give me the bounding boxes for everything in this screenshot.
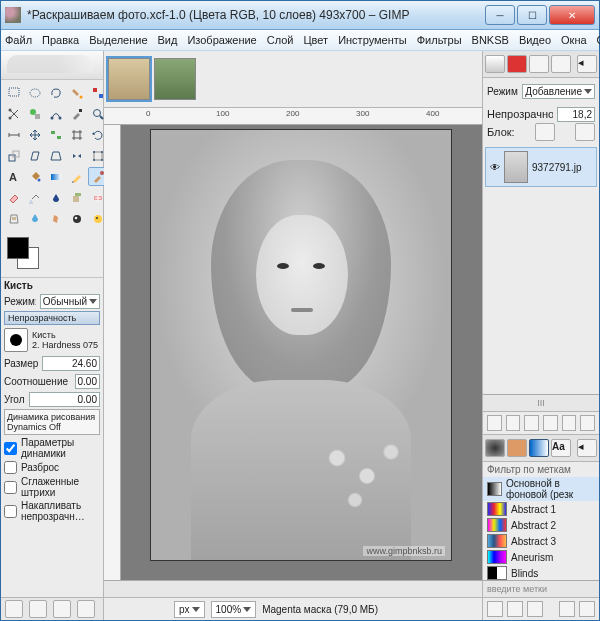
flip-tool[interactable] <box>67 146 86 165</box>
mode-select[interactable]: Обычный <box>40 294 100 309</box>
layer-thumbnail[interactable] <box>504 151 528 183</box>
layer-name[interactable]: 9372791.jp <box>532 162 582 173</box>
size-input[interactable]: 24.60 <box>42 356 100 371</box>
crop-tool[interactable] <box>67 125 86 144</box>
menu-edit[interactable]: Правка <box>42 34 79 46</box>
menu-color[interactable]: Цвет <box>303 34 328 46</box>
gradient-item[interactable]: Основной в фоновой (резк <box>483 477 599 501</box>
menu-view[interactable]: Вид <box>158 34 178 46</box>
gradient-filter-label[interactable]: Фильтр по меткам <box>483 462 599 477</box>
grad-edit-icon[interactable] <box>487 601 503 617</box>
tool-save-icon[interactable] <box>5 600 23 618</box>
grad-new-icon[interactable] <box>507 601 523 617</box>
layer-visible-icon[interactable]: 👁 <box>490 162 500 173</box>
perspective-clone-tool[interactable] <box>4 209 23 228</box>
gradients-tab-icon[interactable] <box>529 439 549 457</box>
layer-anchor-icon[interactable] <box>562 415 577 431</box>
dodge-burn-tool[interactable] <box>67 209 86 228</box>
canvas[interactable]: www.gimpbnksb.ru <box>121 125 482 580</box>
menu-layer[interactable]: Слой <box>267 34 294 46</box>
grad-refresh-icon[interactable] <box>559 601 575 617</box>
menu-bnksb[interactable]: BNKSB <box>472 34 509 46</box>
grad-dup-icon[interactable] <box>527 601 543 617</box>
gradient-item[interactable]: Abstract 2 <box>483 517 599 533</box>
layer-mode-select[interactable]: Добавление <box>522 84 595 99</box>
pencil-tool[interactable] <box>67 167 86 186</box>
bucket-fill-tool[interactable] <box>25 167 44 186</box>
channels-tab-icon[interactable] <box>507 55 527 73</box>
align-tool[interactable] <box>46 125 65 144</box>
free-select-tool[interactable] <box>46 83 65 102</box>
image-tab-2[interactable] <box>154 58 196 100</box>
opacity-slider[interactable]: Непрозрачность <box>4 311 100 325</box>
layer-duplicate-icon[interactable] <box>543 415 558 431</box>
dynamics-params-checkbox[interactable] <box>4 442 17 455</box>
title-bar[interactable]: *Раскрашиваем фото.xcf-1.0 (Цвета RGB, 1… <box>1 1 599 30</box>
tool-reset-icon[interactable] <box>77 600 95 618</box>
gradient-item[interactable]: Aneurism <box>483 549 599 565</box>
menu-help[interactable]: Справка <box>597 34 600 46</box>
layers-tab-icon[interactable] <box>485 55 505 73</box>
layer-row[interactable]: 👁 9372791.jp <box>485 147 597 187</box>
gradient-status[interactable]: введите метки <box>483 580 599 597</box>
scissors-tool[interactable] <box>4 104 23 123</box>
minimize-button[interactable]: ─ <box>485 5 515 25</box>
ellipse-select-tool[interactable] <box>25 83 44 102</box>
menu-tools[interactable]: Инструменты <box>338 34 407 46</box>
move-tool[interactable] <box>25 125 44 144</box>
smudge-tool[interactable] <box>46 209 65 228</box>
menu-image[interactable]: Изображение <box>187 34 256 46</box>
layer-delete-icon[interactable] <box>580 415 595 431</box>
menu-select[interactable]: Выделение <box>89 34 147 46</box>
jitter-checkbox[interactable] <box>4 461 17 474</box>
menu-filters[interactable]: Фильтры <box>417 34 462 46</box>
fonts-tab-icon[interactable]: Aa <box>551 439 571 457</box>
maximize-button[interactable]: ☐ <box>517 5 547 25</box>
image-tab-1[interactable] <box>108 58 150 100</box>
tool-restore-icon[interactable] <box>29 600 47 618</box>
blend-tool[interactable] <box>46 167 65 186</box>
incremental-checkbox[interactable] <box>4 505 17 518</box>
ruler-horizontal[interactable]: 0 100 200 300 400 <box>104 108 482 125</box>
clone-tool[interactable] <box>67 188 86 207</box>
blur-sharpen-tool[interactable] <box>25 209 44 228</box>
measure-tool[interactable] <box>4 125 23 144</box>
menu-file[interactable]: Файл <box>5 34 32 46</box>
lock-alpha-icon[interactable] <box>575 123 595 141</box>
foreground-color[interactable] <box>7 237 29 259</box>
shear-tool[interactable] <box>25 146 44 165</box>
rect-select-tool[interactable] <box>4 83 23 102</box>
perspective-tool[interactable] <box>46 146 65 165</box>
paths-tool[interactable] <box>46 104 65 123</box>
gradient-item[interactable]: Abstract 3 <box>483 533 599 549</box>
unit-select[interactable]: px <box>174 601 205 618</box>
fuzzy-select-tool[interactable] <box>67 83 86 102</box>
panel-menu-icon[interactable]: ◂ <box>577 55 597 73</box>
gradient-item[interactable]: Abstract 1 <box>483 501 599 517</box>
menu-windows[interactable]: Окна <box>561 34 587 46</box>
grad-delete-icon[interactable] <box>579 601 595 617</box>
tool-delete-icon[interactable] <box>53 600 71 618</box>
layer-down-icon[interactable] <box>524 415 539 431</box>
ratio-input[interactable]: 0.00 <box>75 374 100 389</box>
patterns-tab-icon[interactable] <box>507 439 527 457</box>
smooth-stroke-checkbox[interactable] <box>4 481 17 494</box>
grad-panel-menu-icon[interactable]: ◂ <box>577 439 597 457</box>
scale-tool[interactable] <box>4 146 23 165</box>
ruler-vertical[interactable] <box>104 125 121 580</box>
menu-video[interactable]: Видео <box>519 34 551 46</box>
lock-pixels-icon[interactable] <box>535 123 555 141</box>
close-button[interactable]: ✕ <box>549 5 595 25</box>
zoom-select[interactable]: 100% <box>211 601 257 618</box>
brush-preview[interactable] <box>4 328 28 352</box>
fg-bg-swatches[interactable] <box>5 235 99 273</box>
color-picker-tool[interactable] <box>67 104 86 123</box>
undo-tab-icon[interactable] <box>551 55 571 73</box>
gradient-item[interactable]: Blinds <box>483 565 599 580</box>
ink-tool[interactable] <box>46 188 65 207</box>
foreground-select-tool[interactable] <box>25 104 44 123</box>
brushes-tab-icon[interactable] <box>485 439 505 457</box>
canvas-scrollbar-h[interactable] <box>104 580 482 597</box>
layers-scrollbar[interactable]: III <box>483 394 599 411</box>
dynamics-value[interactable]: Dynamics Off <box>7 422 97 432</box>
